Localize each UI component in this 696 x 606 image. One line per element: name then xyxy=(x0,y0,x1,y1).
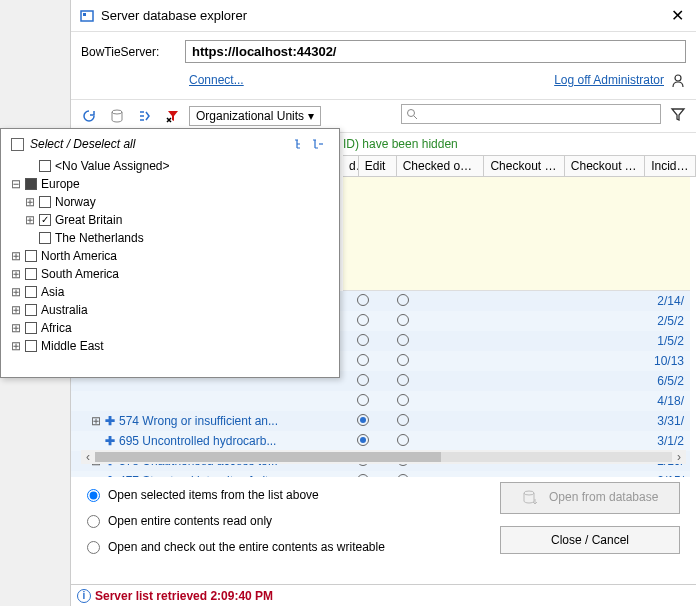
filter-clear-icon[interactable] xyxy=(161,104,185,128)
scrollbar-track[interactable] xyxy=(95,452,672,462)
row-radio-2[interactable] xyxy=(397,414,409,426)
table-row[interactable]: 4/18/ xyxy=(71,391,690,411)
expand-icon[interactable]: ⊞ xyxy=(25,213,35,227)
filter-icon[interactable] xyxy=(668,104,688,124)
column-header[interactable]: d xyxy=(343,156,359,176)
tree-checkbox[interactable] xyxy=(25,322,37,334)
app-icon xyxy=(79,8,95,24)
org-units-dropdown-panel: Select / Deselect all <No Value Assigned… xyxy=(0,128,340,378)
svg-rect-0 xyxy=(81,11,93,21)
row-radio-1[interactable] xyxy=(357,374,369,386)
row-radio-2[interactable] xyxy=(397,394,409,406)
expand-icon[interactable]: ⊞ xyxy=(91,414,101,428)
logoff-link[interactable]: Log off Administrator xyxy=(554,73,664,89)
column-header[interactable]: Checkout Ty... xyxy=(565,156,645,176)
expand-icon[interactable]: ⊞ xyxy=(11,339,21,353)
select-all-checkbox[interactable] xyxy=(11,138,24,151)
tree-node[interactable]: ⊟Europe xyxy=(11,175,333,193)
expand-icon[interactable]: ⊞ xyxy=(11,249,21,263)
row-radio-2[interactable] xyxy=(397,354,409,366)
row-radio-1[interactable] xyxy=(357,414,369,426)
column-header[interactable]: Checked out by xyxy=(397,156,485,176)
svg-point-3 xyxy=(112,110,122,114)
tree-node[interactable]: ⊞Australia xyxy=(11,301,333,319)
tree-node[interactable]: ⊞North America xyxy=(11,247,333,265)
tree-checkbox[interactable] xyxy=(39,160,51,172)
server-url-input[interactable] xyxy=(185,40,686,63)
radio-open-writeable[interactable] xyxy=(87,541,100,554)
tree-node[interactable]: ⊞Great Britain xyxy=(11,211,333,229)
open-from-database-button: Open from database xyxy=(500,482,680,514)
column-header[interactable]: Edit xyxy=(359,156,397,176)
tree-node-label: Africa xyxy=(41,321,72,335)
tree-node[interactable]: ⊞Middle East xyxy=(11,337,333,355)
row-radio-1[interactable] xyxy=(357,354,369,366)
option-label: Open selected items from the list above xyxy=(108,488,319,502)
row-radio-2[interactable] xyxy=(397,334,409,346)
tree-node-label: Australia xyxy=(41,303,88,317)
row-radio-2[interactable] xyxy=(397,314,409,326)
option-label: Open and check out the entire contents a… xyxy=(108,540,385,554)
row-radio-2[interactable] xyxy=(397,294,409,306)
close-icon[interactable]: ✕ xyxy=(667,6,688,25)
row-radio-1[interactable] xyxy=(357,394,369,406)
org-units-dropdown[interactable]: Organizational Units ▾ xyxy=(189,106,321,126)
database-icon[interactable] xyxy=(105,104,129,128)
row-radio-1[interactable] xyxy=(357,314,369,326)
tree-checkbox[interactable] xyxy=(25,250,37,262)
tree-node[interactable]: <No Value Assigned> xyxy=(11,157,333,175)
tree-checkbox[interactable] xyxy=(39,214,51,226)
collapse-all-icon[interactable] xyxy=(311,137,329,151)
row-radio-2[interactable] xyxy=(397,374,409,386)
select-all-label: Select / Deselect all xyxy=(30,137,293,151)
row-date: 3/1/2 xyxy=(657,434,690,448)
close-cancel-button[interactable]: Close / Cancel xyxy=(500,526,680,554)
search-icon xyxy=(406,108,418,120)
tree-checkbox[interactable] xyxy=(25,340,37,352)
user-icon xyxy=(670,73,686,89)
row-radio-1[interactable] xyxy=(357,294,369,306)
row-radio-1[interactable] xyxy=(357,334,369,346)
tree-node-label: Middle East xyxy=(41,339,104,353)
expand-icon[interactable]: ⊞ xyxy=(11,267,21,281)
tree-checkbox[interactable] xyxy=(25,268,37,280)
column-header[interactable]: Incident xyxy=(645,156,696,176)
tree-checkbox[interactable] xyxy=(25,178,37,190)
tree-node[interactable]: The Netherlands xyxy=(11,229,333,247)
expand-icon[interactable]: ⊞ xyxy=(11,321,21,335)
column-header[interactable]: Checkout D... xyxy=(484,156,564,176)
scroll-left-icon[interactable]: ‹ xyxy=(81,450,95,464)
collapse-icon[interactable]: ⊟ xyxy=(11,177,21,191)
radio-open-readonly[interactable] xyxy=(87,515,100,528)
tree-checkbox[interactable] xyxy=(39,232,51,244)
tree-node[interactable]: ⊞Norway xyxy=(11,193,333,211)
expand-icon[interactable]: ⊞ xyxy=(11,303,21,317)
row-radio-2[interactable] xyxy=(397,434,409,446)
tree-checkbox[interactable] xyxy=(39,196,51,208)
table-row[interactable]: ⊞✚574 Wrong or insufficient an...3/31/ xyxy=(71,411,690,431)
tree-checkbox[interactable] xyxy=(25,286,37,298)
scrollbar-thumb[interactable] xyxy=(95,452,441,462)
tree-node-label: South America xyxy=(41,267,119,281)
tree-node[interactable]: ⊞South America xyxy=(11,265,333,283)
search-input[interactable] xyxy=(418,107,656,121)
connect-link[interactable]: Connect... xyxy=(189,73,244,89)
tree-node[interactable]: ⊞Africa xyxy=(11,319,333,337)
titlebar: Server database explorer ✕ xyxy=(71,0,696,32)
tree-node[interactable]: ⊞Asia xyxy=(11,283,333,301)
row-radio-1[interactable] xyxy=(357,434,369,446)
search-box[interactable] xyxy=(401,104,661,124)
expand-icon[interactable]: ⊞ xyxy=(25,195,35,209)
refresh-icon[interactable] xyxy=(77,104,101,128)
status-message: Server list retrieved 2:09:40 PM xyxy=(95,589,273,603)
tree-toggle-icon[interactable] xyxy=(133,104,157,128)
database-download-icon xyxy=(522,490,543,504)
column-headers: dEditChecked out byCheckout D...Checkout… xyxy=(343,155,696,177)
horizontal-scrollbar[interactable]: ‹ › xyxy=(81,450,686,464)
scroll-right-icon[interactable]: › xyxy=(672,450,686,464)
tree-checkbox[interactable] xyxy=(25,304,37,316)
radio-open-selected[interactable] xyxy=(87,489,100,502)
expand-all-icon[interactable] xyxy=(293,137,311,151)
table-row[interactable]: ✚695 Uncontrolled hydrocarb...3/1/2 xyxy=(71,431,690,451)
expand-icon[interactable]: ⊞ xyxy=(11,285,21,299)
